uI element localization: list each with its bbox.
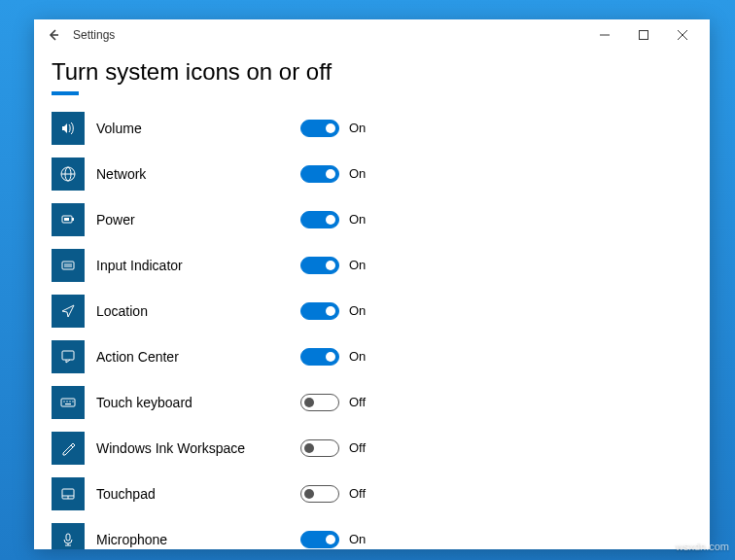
row-label: Volume: [96, 121, 300, 136]
network-icon: [52, 158, 85, 191]
toggle-row-touchpad: TouchpadOff: [52, 471, 692, 516]
toggle-row-microphone: MicrophoneOn: [52, 516, 692, 549]
microphone-icon: [52, 523, 85, 550]
toggle-switch[interactable]: [300, 211, 339, 228]
maximize-icon: [639, 30, 648, 40]
power-icon: [52, 203, 85, 236]
action-center-icon: [52, 340, 85, 373]
toggle-state-label: On: [349, 212, 366, 227]
toggle-row-volume: VolumeOn: [52, 105, 692, 151]
toggle-switch[interactable]: [300, 257, 339, 274]
toggle-switch[interactable]: [300, 120, 339, 137]
row-label: Windows Ink Workspace: [96, 440, 300, 456]
toggle-row-network: NetworkOn: [52, 151, 692, 196]
row-label: Touchpad: [96, 486, 300, 502]
row-label: Network: [96, 166, 300, 182]
toggle-list: VolumeOnNetworkOnPowerOnInput IndicatorO…: [52, 105, 692, 549]
svg-rect-20: [65, 403, 71, 404]
toggle-state-label: On: [349, 303, 366, 318]
toggle-row-input-indicator: Input IndicatorOn: [52, 242, 692, 288]
row-label: Input Indicator: [96, 258, 300, 273]
close-icon: [678, 30, 687, 40]
toggle-state-label: On: [349, 121, 366, 135]
close-button[interactable]: [663, 21, 702, 49]
svg-point-16: [63, 401, 64, 402]
maximize-button[interactable]: [624, 21, 663, 49]
toggle-switch[interactable]: [300, 439, 339, 457]
settings-window: Settings Turn system icons on or off Vol…: [34, 19, 710, 549]
svg-point-19: [72, 401, 73, 402]
svg-rect-15: [61, 399, 75, 406]
heading-underline: [52, 91, 79, 95]
toggle-state-label: On: [349, 166, 366, 181]
toggle-wrap: On: [300, 531, 366, 548]
toggle-wrap: On: [300, 348, 366, 366]
toggle-state-label: Off: [349, 395, 366, 409]
toggle-row-action-center: Action CenterOn: [52, 333, 692, 379]
back-arrow-icon: [47, 28, 60, 42]
toggle-switch[interactable]: [300, 165, 339, 183]
toggle-switch[interactable]: [300, 394, 339, 411]
toggle-wrap: On: [300, 165, 366, 183]
svg-rect-24: [66, 534, 70, 541]
touch-keyboard-icon: [52, 386, 85, 419]
toggle-wrap: Off: [300, 394, 366, 411]
row-label: Microphone: [96, 532, 300, 547]
input-indicator-icon: [52, 249, 85, 282]
toggle-switch[interactable]: [300, 531, 339, 548]
svg-rect-11: [62, 262, 74, 269]
svg-rect-14: [62, 351, 74, 360]
window-controls: [585, 21, 702, 49]
row-label: Action Center: [96, 349, 300, 365]
toggle-switch[interactable]: [300, 485, 339, 503]
toggle-wrap: On: [300, 120, 366, 137]
toggle-wrap: On: [300, 302, 366, 320]
window-title: Settings: [73, 28, 115, 42]
toggle-row-touch-keyboard: Touch keyboardOff: [52, 379, 692, 425]
row-label: Location: [96, 303, 300, 319]
toggle-state-label: Off: [349, 440, 366, 455]
toggle-state-label: On: [349, 532, 366, 546]
location-icon: [52, 295, 85, 328]
svg-rect-2: [640, 31, 648, 40]
minimize-icon: [600, 30, 610, 40]
ink-icon: [52, 432, 85, 465]
toggle-state-label: On: [349, 258, 366, 272]
titlebar: Settings: [34, 19, 710, 51]
svg-point-17: [66, 401, 67, 402]
toggle-state-label: On: [349, 349, 366, 364]
toggle-switch[interactable]: [300, 348, 339, 366]
toggle-state-label: Off: [349, 486, 366, 501]
svg-rect-9: [72, 218, 74, 221]
watermark: wsxdn.com: [676, 541, 729, 552]
toggle-wrap: Off: [300, 439, 366, 457]
toggle-wrap: Off: [300, 485, 366, 503]
touchpad-icon: [52, 477, 85, 510]
toggle-wrap: On: [300, 211, 366, 228]
toggle-row-power: PowerOn: [52, 196, 692, 242]
content-area: Turn system icons on or off VolumeOnNetw…: [34, 51, 710, 549]
svg-point-18: [69, 401, 70, 402]
toggle-switch[interactable]: [300, 302, 339, 320]
toggle-wrap: On: [300, 257, 366, 274]
row-label: Power: [96, 212, 300, 228]
volume-icon: [52, 112, 85, 145]
toggle-row-ink: Windows Ink WorkspaceOff: [52, 425, 692, 471]
row-label: Touch keyboard: [96, 395, 300, 410]
svg-rect-10: [64, 218, 69, 221]
back-button[interactable]: [42, 23, 65, 47]
minimize-button[interactable]: [585, 21, 624, 49]
page-heading: Turn system icons on or off: [52, 58, 692, 86]
toggle-row-location: LocationOn: [52, 288, 692, 333]
